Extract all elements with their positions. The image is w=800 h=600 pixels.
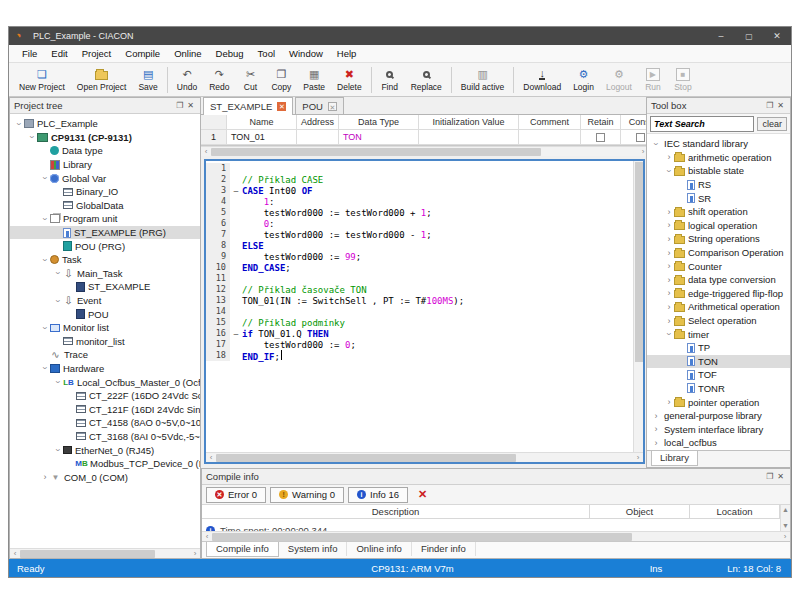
chevron-collapsed-icon[interactable] — [664, 397, 674, 407]
tree-item-ct-222f-16do-24vdc-source-t[interactable]: CT_222F (16DO 24Vdc Source T — [10, 389, 200, 403]
tree-item-monitor-list[interactable]: monitor_list — [10, 335, 200, 349]
compile-message-row[interactable]: iTime spent: 00:00:00.344 — [202, 524, 780, 531]
tab-library[interactable]: Library — [651, 451, 698, 466]
tree-item-globaldata[interactable]: GlobalData — [10, 199, 200, 213]
scroll-up-icon[interactable]: ▲ — [782, 505, 789, 515]
tree-item-library[interactable]: Library — [10, 158, 200, 172]
chevron-expanded-icon[interactable] — [27, 132, 37, 142]
chevron-expanded-icon[interactable] — [53, 445, 63, 455]
close-icon[interactable] — [185, 101, 196, 110]
scroll-left-icon[interactable]: ‹ — [10, 549, 20, 559]
tree-item-general-purpose-library[interactable]: general-purpose library — [647, 409, 790, 423]
toolbar-copy-button[interactable]: Copy — [265, 67, 297, 93]
pin-icon[interactable] — [764, 101, 775, 110]
code-line[interactable]: 15// Příklad podmínky — [206, 317, 633, 328]
close-button[interactable] — [763, 27, 791, 45]
toolbar-delete-button[interactable]: Delete — [331, 67, 368, 93]
fold-marker-icon[interactable]: − — [230, 186, 242, 196]
menu-compile[interactable]: Compile — [118, 48, 167, 59]
scroll-down-icon[interactable]: ▼ — [782, 521, 789, 531]
tree-item-string-operations[interactable]: String operations — [647, 232, 790, 246]
code-line[interactable]: 7 testWord000 := testWord000 - 1; — [206, 229, 633, 240]
tab-close-icon[interactable]: ✕ — [277, 102, 286, 111]
scroll-right-icon[interactable]: › — [633, 453, 643, 463]
checkbox-cell[interactable] — [581, 130, 621, 144]
menu-window[interactable]: Window — [282, 48, 330, 59]
tree-item-tonr[interactable]: TONR — [647, 382, 790, 396]
filter-warning-0-button[interactable]: !Warning 0 — [270, 487, 344, 503]
tree-item-pointer-operation[interactable]: pointer operation — [647, 395, 790, 409]
scrollbar-thumb[interactable] — [212, 533, 632, 541]
minimize-button[interactable] — [707, 27, 735, 45]
code-line[interactable]: 9 testWord000 := 99; — [206, 251, 633, 262]
chevron-expanded-icon[interactable] — [53, 268, 63, 278]
const-checkbox[interactable] — [636, 133, 645, 142]
scroll-left-icon[interactable]: ‹ — [202, 532, 212, 542]
fold-marker-icon[interactable]: − — [230, 329, 242, 339]
chevron-collapsed-icon[interactable] — [664, 220, 674, 230]
tab-compile-info[interactable]: Compile info — [206, 542, 279, 557]
editor-tab-st-example[interactable]: ST_EXAMPLE✕ — [203, 97, 293, 115]
chevron-expanded-icon[interactable] — [53, 377, 63, 387]
retain-checkbox[interactable] — [596, 133, 605, 142]
pin-icon[interactable] — [764, 472, 775, 481]
chevron-collapsed-icon[interactable] — [664, 316, 674, 326]
tree-item-shift-operation[interactable]: shift operation — [647, 205, 790, 219]
tree-item-ethernet-0-rj45[interactable]: EtherNet_0 (RJ45) — [10, 443, 200, 457]
editor-hscrollbar[interactable]: ‹ › — [206, 452, 643, 462]
scrollbar-thumb[interactable] — [211, 148, 541, 156]
code-line[interactable]: 4 1: — [206, 196, 633, 207]
tree-item-arithmetic-operation[interactable]: arithmetic operation — [647, 151, 790, 165]
menu-online[interactable]: Online — [167, 48, 208, 59]
variable-table-hscrollbar[interactable]: ‹ › — [201, 146, 648, 156]
tree-item-monitor-list[interactable]: Monitor list — [10, 321, 200, 335]
code-editor[interactable]: 12// Příklad CASE3−CASE Int00 OF4 1:5 te… — [204, 159, 645, 464]
toolbar-open-project-button[interactable]: Open Project — [71, 67, 133, 93]
toolbar-build-active-button[interactable]: Build active — [455, 67, 510, 93]
chevron-collapsed-icon[interactable] — [651, 411, 661, 421]
toolbar-run-button[interactable]: Run — [638, 67, 668, 93]
chevron-collapsed-icon[interactable] — [651, 438, 661, 448]
code-line[interactable]: 13TON_01(IN := SwitchSell , PT := T#100M… — [206, 295, 633, 306]
tree-item-main-task[interactable]: Main_Task — [10, 267, 200, 281]
toolbar-logout-button[interactable]: Logout — [600, 67, 638, 93]
tree-item-global-var[interactable]: Global Var — [10, 171, 200, 185]
chevron-expanded-icon[interactable] — [14, 119, 24, 129]
tree-item-trace[interactable]: Trace — [10, 348, 200, 362]
chevron-expanded-icon[interactable] — [40, 255, 50, 265]
tree-item-counter[interactable]: Counter — [647, 259, 790, 273]
tree-item-ton[interactable]: TON — [647, 355, 790, 369]
chevron-collapsed-icon[interactable] — [664, 261, 674, 271]
tree-item-hardware[interactable]: Hardware — [10, 362, 200, 376]
tree-item-pou[interactable]: POU — [10, 307, 200, 321]
clear-button[interactable]: clear — [757, 117, 787, 131]
tree-item-event[interactable]: Event — [10, 294, 200, 308]
code-line[interactable]: 17 testWord000 := 0; — [206, 339, 633, 350]
toolbar-login-button[interactable]: Login — [567, 67, 600, 93]
chevron-collapsed-icon[interactable] — [664, 288, 674, 298]
chevron-expanded-icon[interactable] — [40, 173, 50, 183]
tree-item-iec-standard-library[interactable]: IEC standard library — [647, 137, 790, 151]
tree-item-data-type-conversion[interactable]: data type conversion — [647, 273, 790, 287]
close-icon[interactable] — [775, 101, 786, 110]
tree-item-pou-prg[interactable]: POU (PRG) — [10, 239, 200, 253]
menu-file[interactable]: File — [15, 48, 44, 59]
tree-item-edge-triggered-flip-flop[interactable]: edge-triggered flip-flop — [647, 287, 790, 301]
code-line[interactable]: 8ELSE — [206, 240, 633, 251]
close-icon[interactable] — [775, 472, 786, 481]
filter-info-16-button[interactable]: iInfo 16 — [348, 487, 408, 503]
tree-item-arithmetical-operation[interactable]: Arithmetical operation — [647, 300, 790, 314]
compile-hscrollbar[interactable]: ‹ › — [202, 531, 790, 541]
scroll-right-icon[interactable]: › — [780, 532, 790, 542]
code-line[interactable]: 3−CASE Int00 OF — [206, 185, 633, 196]
tree-item-cp9131-cp-9131[interactable]: CP9131 (CP-9131) — [10, 131, 200, 145]
chevron-expanded-icon[interactable] — [664, 166, 674, 176]
tab-system-info[interactable]: System info — [279, 542, 348, 556]
toolbar-stop-button[interactable]: Stop — [668, 67, 698, 93]
project-tree-hscrollbar[interactable]: ‹ › — [10, 548, 200, 558]
chevron-collapsed-icon[interactable] — [664, 207, 674, 217]
tree-item-plc-example[interactable]: PLC_Example — [10, 117, 200, 131]
tab-online-info[interactable]: Online info — [347, 542, 411, 556]
code-lines[interactable]: 12// Příklad CASE3−CASE Int00 OF4 1:5 te… — [206, 161, 633, 452]
editor-vscrollbar[interactable] — [633, 161, 643, 452]
